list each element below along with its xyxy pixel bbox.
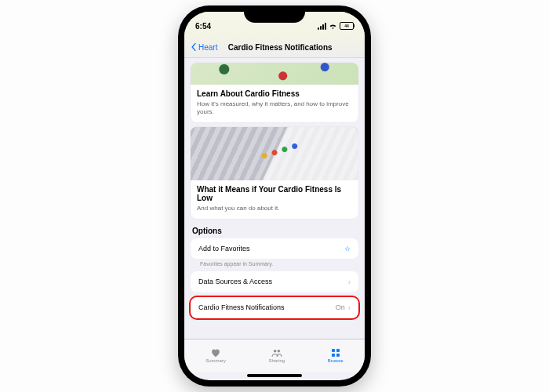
row-cardio-notifications[interactable]: Cardio Fitness Notifications On › bbox=[191, 297, 358, 318]
tab-summary-label: Summary bbox=[205, 358, 226, 363]
card-low-title: What it Means if Your Cardio Fitness Is … bbox=[197, 185, 352, 203]
cellular-icon bbox=[318, 23, 326, 30]
card-learn-subtitle: How it's measured, why it matters, and h… bbox=[197, 100, 352, 116]
svg-point-1 bbox=[277, 349, 280, 352]
screen: 6:54 44 Heart Cardio Fitness Notificatio… bbox=[184, 12, 365, 380]
chevron-right-icon: › bbox=[348, 303, 351, 312]
row-add-favorites-label: Add to Favorites bbox=[198, 245, 250, 252]
row-data-sources[interactable]: Data Sources & Access › bbox=[191, 271, 358, 292]
tab-sharing[interactable]: Sharing bbox=[268, 348, 285, 363]
card-low-image bbox=[191, 127, 358, 180]
page-title: Cardio Fitness Notifications bbox=[202, 43, 358, 52]
nav-bar: Heart Cardio Fitness Notifications bbox=[184, 37, 365, 58]
svg-rect-4 bbox=[332, 354, 335, 357]
notch bbox=[244, 5, 305, 23]
tab-sharing-label: Sharing bbox=[268, 358, 285, 363]
card-learn-image bbox=[191, 63, 358, 85]
card-low-fitness[interactable]: What it Means if Your Cardio Fitness Is … bbox=[191, 127, 358, 219]
grid-icon bbox=[330, 348, 341, 358]
status-right: 44 bbox=[318, 22, 354, 30]
row-cardio-notifications-value: On bbox=[336, 303, 345, 311]
favorites-hint: Favorites appear in Summary. bbox=[200, 261, 357, 267]
home-indicator[interactable] bbox=[247, 374, 302, 377]
row-cardio-notifications-label: Cardio Fitness Notifications bbox=[198, 303, 285, 311]
iphone-frame: 6:54 44 Heart Cardio Fitness Notificatio… bbox=[178, 5, 371, 387]
card-low-subtitle: And what you can do about it. bbox=[197, 205, 352, 212]
svg-rect-3 bbox=[336, 349, 340, 352]
status-time: 6:54 bbox=[195, 22, 211, 31]
row-data-sources-label: Data Sources & Access bbox=[198, 278, 272, 285]
svg-rect-2 bbox=[332, 349, 335, 352]
tab-browse[interactable]: Browse bbox=[328, 348, 344, 363]
card-learn-title: Learn About Cardio Fitness bbox=[197, 89, 352, 99]
people-icon bbox=[271, 348, 282, 358]
battery-icon: 44 bbox=[340, 22, 354, 30]
options-heading: Options bbox=[192, 227, 357, 235]
row-add-favorites[interactable]: Add to Favorites ☆ bbox=[191, 238, 358, 259]
card-learn-cardio[interactable]: Learn About Cardio Fitness How it's meas… bbox=[191, 63, 358, 122]
star-icon: ☆ bbox=[344, 245, 351, 252]
chevron-right-icon: › bbox=[348, 278, 351, 286]
heart-icon bbox=[210, 348, 221, 358]
tab-browse-label: Browse bbox=[328, 358, 344, 363]
svg-rect-5 bbox=[336, 354, 340, 357]
tab-bar: Summary Sharing Browse bbox=[184, 339, 365, 372]
wifi-icon bbox=[329, 23, 337, 29]
tab-summary[interactable]: Summary bbox=[205, 348, 226, 363]
content-scroll[interactable]: Learn About Cardio Fitness How it's meas… bbox=[184, 58, 365, 339]
svg-point-0 bbox=[274, 349, 277, 352]
